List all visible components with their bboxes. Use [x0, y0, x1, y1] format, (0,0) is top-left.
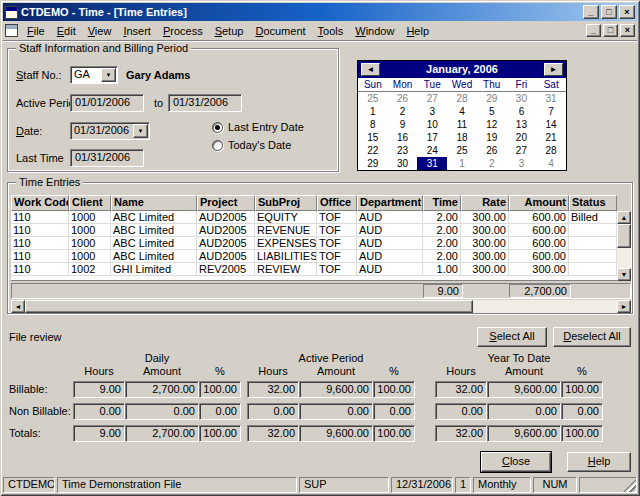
mdi-minimize-button[interactable]: _	[586, 24, 601, 37]
calendar-day[interactable]: 30	[388, 157, 418, 170]
calendar-day[interactable]: 4	[536, 157, 566, 170]
calendar-day[interactable]: 29	[358, 157, 388, 170]
calendar-prev-month-button[interactable]: ◄	[361, 63, 380, 76]
table-row[interactable]: 1101000ABC LimitedAUD2005LIABILITIESTOFA…	[11, 250, 617, 263]
calendar-day[interactable]: 25	[447, 144, 477, 157]
vertical-scrollbar[interactable]: ▲ ▼	[617, 211, 631, 281]
menu-item-file[interactable]: File	[21, 23, 51, 39]
calendar-day[interactable]: 1	[358, 105, 388, 118]
close-button[interactable]: Close	[481, 452, 551, 472]
mdi-close-button[interactable]: ×	[620, 24, 635, 37]
radio-last-entry-date[interactable]: Last Entry Date	[212, 121, 304, 133]
resize-grip-icon[interactable]	[623, 479, 636, 492]
horizontal-scrollbar[interactable]: ◄ ►	[11, 300, 631, 313]
calendar-day[interactable]: 18	[447, 131, 477, 144]
radio-last-entry-icon[interactable]	[212, 122, 223, 133]
calendar-day[interactable]: 12	[477, 118, 507, 131]
status-spacer	[579, 477, 637, 493]
menu-item-window[interactable]: Window	[349, 23, 400, 39]
table-row[interactable]: 1101000ABC LimitedAUD2005EXPENSESTOFAUD2…	[11, 237, 617, 250]
calendar-day[interactable]: 31	[536, 92, 566, 105]
calendar-day[interactable]: 31	[417, 157, 447, 170]
calendar-day[interactable]: 11	[447, 118, 477, 131]
column-header-department[interactable]: Department	[357, 195, 423, 211]
deselect-all-button[interactable]: Deselect All	[553, 327, 631, 347]
column-header-status[interactable]: Status	[569, 195, 617, 211]
column-header-time[interactable]: Time	[423, 195, 461, 211]
menu-item-help[interactable]: Help	[400, 23, 435, 39]
staff-no-combobox[interactable]: GA ▼	[70, 66, 118, 84]
scroll-right-icon[interactable]: ►	[617, 300, 631, 313]
menu-item-edit[interactable]: Edit	[51, 23, 82, 39]
menu-item-insert[interactable]: Insert	[117, 23, 157, 39]
mdi-restore-button[interactable]: □	[603, 24, 618, 37]
calendar-day[interactable]: 20	[507, 131, 537, 144]
maximize-button[interactable]: □	[601, 5, 617, 19]
calendar-day[interactable]: 5	[477, 105, 507, 118]
scroll-left-icon[interactable]: ◄	[11, 300, 25, 313]
calendar-day[interactable]: 16	[388, 131, 418, 144]
scroll-up-icon[interactable]: ▲	[617, 211, 631, 224]
calendar-day[interactable]: 9	[388, 118, 418, 131]
calendar-day[interactable]: 21	[536, 131, 566, 144]
calendar-day[interactable]: 17	[417, 131, 447, 144]
calendar-day[interactable]: 15	[358, 131, 388, 144]
calendar-day[interactable]: 27	[507, 144, 537, 157]
calendar-day[interactable]: 2	[388, 105, 418, 118]
close-window-button[interactable]: ×	[619, 5, 635, 19]
mdi-child-icon[interactable]	[5, 24, 18, 37]
calendar-day[interactable]: 2	[477, 157, 507, 170]
calendar-day[interactable]: 10	[417, 118, 447, 131]
table-row[interactable]: 1101000ABC LimitedAUD2005REVENUETOFAUD2.…	[11, 224, 617, 237]
calendar-day[interactable]: 3	[507, 157, 537, 170]
calendar-day[interactable]: 29	[477, 92, 507, 105]
column-header-amount[interactable]: Amount	[509, 195, 569, 211]
radio-todays-date[interactable]: Today's Date	[212, 139, 291, 151]
calendar-day[interactable]: 22	[358, 144, 388, 157]
radio-today-icon[interactable]	[212, 140, 223, 151]
column-header-name[interactable]: Name	[111, 195, 197, 211]
column-header-work-code[interactable]: Work Code	[11, 195, 69, 211]
app-icon[interactable]	[5, 6, 18, 19]
table-row[interactable]: 1101000ABC LimitedAUD2005EQUITYTOFAUD2.0…	[11, 211, 617, 224]
scroll-down-icon[interactable]: ▼	[617, 268, 631, 281]
table-row[interactable]: 1101002GHI LimitedREV2005REVIEWTOFAUD1.0…	[11, 263, 617, 276]
calendar-day[interactable]: 14	[536, 118, 566, 131]
help-button[interactable]: Help	[567, 452, 631, 472]
calendar-day[interactable]: 6	[507, 105, 537, 118]
date-dropdown-icon[interactable]: ▼	[133, 124, 148, 138]
calendar-day[interactable]: 26	[477, 144, 507, 157]
calendar-day[interactable]: 28	[536, 144, 566, 157]
calendar-day[interactable]: 25	[358, 92, 388, 105]
menu-item-tools[interactable]: Tools	[312, 23, 350, 39]
calendar-day[interactable]: 4	[447, 105, 477, 118]
menu-item-view[interactable]: View	[82, 23, 118, 39]
calendar-next-month-button[interactable]: ►	[544, 63, 563, 76]
calendar-day[interactable]: 28	[447, 92, 477, 105]
column-header-office[interactable]: Office	[317, 195, 357, 211]
menu-item-process[interactable]: Process	[157, 23, 209, 39]
calendar-day[interactable]: 8	[358, 118, 388, 131]
column-header-client[interactable]: Client	[69, 195, 111, 211]
calendar-day[interactable]: 26	[388, 92, 418, 105]
vertical-scroll-thumb[interactable]	[617, 224, 631, 248]
calendar-day[interactable]: 1	[447, 157, 477, 170]
menu-item-setup[interactable]: Setup	[209, 23, 250, 39]
staff-no-dropdown-icon[interactable]: ▼	[101, 68, 116, 82]
calendar-day[interactable]: 3	[417, 105, 447, 118]
column-header-project[interactable]: Project	[197, 195, 255, 211]
calendar-day[interactable]: 27	[417, 92, 447, 105]
calendar-day[interactable]: 7	[536, 105, 566, 118]
menu-item-document[interactable]: Document	[249, 23, 311, 39]
select-all-button[interactable]: Select All	[477, 327, 547, 347]
calendar-day[interactable]: 19	[477, 131, 507, 144]
column-header-rate[interactable]: Rate	[461, 195, 509, 211]
horizontal-scroll-thumb[interactable]	[25, 300, 473, 313]
date-combobox[interactable]: 01/31/2006 ▼	[70, 122, 150, 140]
calendar-day[interactable]: 23	[388, 144, 418, 157]
column-header-subproj[interactable]: SubProj	[255, 195, 317, 211]
calendar-day[interactable]: 24	[417, 144, 447, 157]
calendar-day[interactable]: 30	[507, 92, 537, 105]
minimize-button[interactable]: _	[583, 5, 599, 19]
calendar-day[interactable]: 13	[507, 118, 537, 131]
